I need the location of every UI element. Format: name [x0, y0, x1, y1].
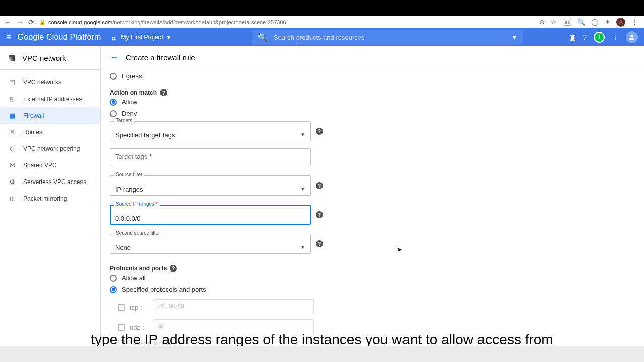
second-filter-value: None	[115, 244, 300, 251]
lock-icon: 🔒	[39, 19, 45, 25]
udp-checkbox[interactable]	[118, 324, 125, 331]
target-tags-input[interactable]: Target tags *	[110, 148, 311, 166]
protocols-ports-label: Protocols and ports ?	[110, 265, 635, 272]
project-icon	[111, 34, 118, 41]
tcp-row: tcp : 20, 50-60	[118, 299, 635, 315]
gcp-logo[interactable]: Google Cloud Platform	[18, 33, 101, 42]
sidebar-item-shared-vpc[interactable]: ⋈Shared VPC	[0, 157, 100, 173]
search-icon[interactable]: 🔍	[577, 18, 585, 26]
main-content: ← Create a firewall rule Egress Action o…	[101, 46, 644, 362]
radio-icon	[110, 73, 117, 80]
direction-egress-option[interactable]: Egress	[110, 70, 635, 82]
source-filter-value: IP ranges	[115, 186, 300, 193]
profile-avatar[interactable]	[626, 31, 638, 43]
radio-icon	[110, 275, 117, 282]
chevron-down-icon: ▼	[300, 132, 305, 137]
search-bar[interactable]: 🔍 ▼	[252, 30, 523, 45]
help-icon[interactable]: ?	[316, 240, 323, 247]
second-filter-label: Second source filter	[114, 230, 162, 236]
second-source-filter-dropdown[interactable]: Second source filter None ▼ ?	[110, 234, 311, 254]
targets-label: Targets	[114, 118, 134, 123]
video-letterbox-top	[0, 0, 644, 16]
routes-icon: ✕	[8, 128, 16, 136]
radio-icon	[110, 110, 117, 117]
tcp-label: tcp :	[130, 304, 148, 311]
hamburger-icon[interactable]: ≡	[6, 32, 12, 43]
extensions-icon[interactable]: ✦	[605, 18, 610, 26]
sidebar-item-serverless[interactable]: ⚙Serverless VPC access	[0, 173, 100, 190]
action-allow-option[interactable]: Allow	[110, 96, 635, 108]
targets-value: Specified target tags	[115, 131, 300, 139]
mirror-icon: ılı	[8, 195, 16, 202]
help-icon[interactable]: ?	[170, 265, 177, 272]
chevron-down-icon: ▼	[166, 35, 171, 40]
radio-checked-icon	[110, 286, 117, 293]
protocols-specified-option[interactable]: Specified protocols and ports	[110, 284, 635, 295]
reload-icon[interactable]: ⟳	[28, 18, 34, 26]
back-icon[interactable]: ←	[4, 18, 11, 26]
svg-point-0	[630, 35, 633, 37]
url-domain: console.cloud.google.com	[48, 19, 112, 25]
action-on-match-label: Action on match ?	[110, 89, 635, 96]
vpc-network-icon: ▦	[8, 53, 15, 62]
help-icon[interactable]: ?	[160, 89, 167, 96]
chevron-down-icon: ▼	[300, 186, 305, 192]
project-selector[interactable]: My First Project ▼	[107, 32, 175, 43]
browser-chrome: ← → ⟳ 🔒 console.cloud.google.com/network…	[0, 16, 644, 28]
gcp-header: ≡ Google Cloud Platform My First Project…	[0, 28, 644, 46]
action-deny-option[interactable]: Deny	[110, 108, 635, 119]
help-icon[interactable]: ?	[316, 128, 323, 135]
udp-ports-input[interactable]: all	[153, 319, 314, 335]
udp-label: udp :	[130, 324, 148, 331]
notification-badge[interactable]: 1	[594, 32, 605, 43]
help-icon[interactable]: ?	[316, 211, 323, 218]
bookmark-icon[interactable]: ☆	[551, 18, 557, 26]
peering-icon: ◇	[8, 145, 16, 152]
help-icon[interactable]: ?	[316, 182, 323, 189]
tcp-checkbox[interactable]	[118, 304, 125, 311]
firewall-icon: ▦	[8, 112, 16, 119]
zoom-icon[interactable]: ⊕	[539, 18, 545, 26]
page-header: ← Create a firewall rule	[101, 46, 644, 69]
network-icon: ▤	[8, 78, 16, 86]
project-name: My First Project	[121, 34, 163, 41]
search-input[interactable]	[274, 34, 506, 41]
shared-icon: ⋈	[8, 161, 16, 169]
chevron-down-icon: ▼	[300, 244, 305, 250]
sidebar-item-external-ip[interactable]: ⎘External IP addresses	[0, 90, 100, 107]
source-ip-label: Source IP ranges *	[114, 201, 160, 207]
source-ip-ranges-field[interactable]: Source IP ranges * ?	[110, 205, 311, 225]
source-ip-input[interactable]	[115, 215, 305, 222]
video-letterbox-bottom	[0, 346, 644, 362]
serverless-icon: ⚙	[8, 178, 16, 186]
kebab-icon[interactable]: ⋮	[612, 33, 619, 41]
radio-checked-icon	[110, 99, 117, 106]
sidebar-item-vpc-networks[interactable]: ▤VPC networks	[0, 74, 100, 90]
address-bar[interactable]: 🔒 console.cloud.google.com/networking/fi…	[39, 19, 534, 25]
udp-row: udp : all	[118, 319, 635, 335]
tcp-ports-input[interactable]: 20, 50-60	[153, 299, 314, 315]
source-filter-dropdown[interactable]: Source filter IP ranges ▼ ?	[110, 175, 311, 196]
source-filter-label: Source filter	[114, 172, 144, 177]
translate-icon[interactable]: aa	[563, 19, 571, 26]
back-arrow-icon[interactable]: ←	[110, 52, 119, 63]
sidebar: ▦ VPC network ▤VPC networks ⎘External IP…	[0, 46, 101, 362]
sidebar-item-firewall[interactable]: ▦Firewall	[0, 107, 100, 124]
ip-icon: ⎘	[8, 95, 16, 103]
protocols-allow-all-option[interactable]: Allow all	[110, 272, 635, 284]
sidebar-title: ▦ VPC network	[0, 46, 100, 70]
help-icon[interactable]: ?	[583, 33, 587, 41]
targets-dropdown[interactable]: Targets Specified target tags ▼ ?	[110, 121, 311, 141]
browser-avatar[interactable]: A	[616, 18, 625, 27]
forward-icon[interactable]: →	[16, 18, 23, 26]
kebab-icon[interactable]: ⋮	[631, 18, 638, 26]
circle-icon[interactable]: ◯	[591, 18, 599, 26]
search-icon: 🔍	[258, 33, 268, 42]
sidebar-item-mirroring[interactable]: ılıPacket mirroring	[0, 190, 100, 207]
sidebar-item-peering[interactable]: ◇VPC network peering	[0, 140, 100, 157]
sidebar-item-routes[interactable]: ✕Routes	[0, 124, 100, 140]
cloud-shell-icon[interactable]: ▣	[569, 33, 576, 41]
url-path: /networking/firewalls/add?network=defaul…	[112, 19, 286, 25]
page-title: Create a firewall rule	[126, 53, 195, 62]
chevron-down-icon[interactable]: ▼	[512, 34, 517, 40]
